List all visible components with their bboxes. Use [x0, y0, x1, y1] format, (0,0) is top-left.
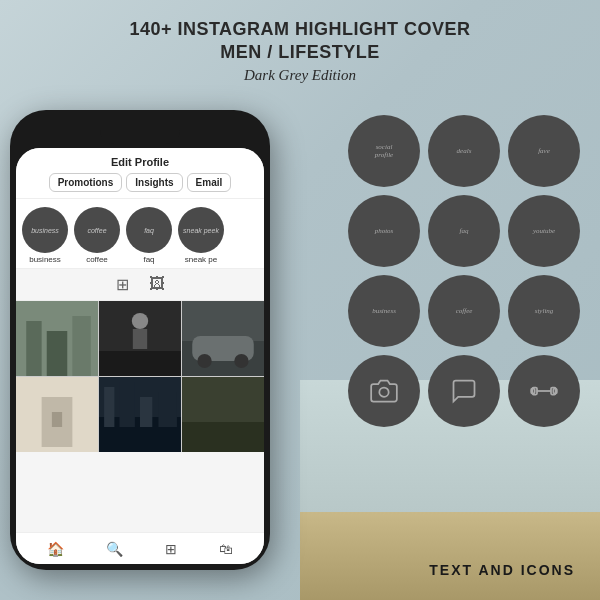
svg-point-6: [132, 313, 148, 329]
reels-nav-icon[interactable]: ⊞: [165, 541, 177, 557]
phone-screen: Edit Profile Promotions Insights Email b…: [16, 148, 264, 564]
header: 140+ INSTAGRAM HIGHLIGHT COVER MEN / LIF…: [0, 18, 600, 84]
home-nav-icon[interactable]: 🏠: [47, 541, 64, 557]
instagram-header: Edit Profile Promotions Insights Email: [16, 148, 264, 199]
svg-rect-15: [52, 412, 62, 427]
phone-bottom-nav: 🏠 🔍 ⊞ 🛍: [16, 532, 264, 564]
photo-cell-1: [16, 301, 98, 376]
camera-icon: [370, 377, 398, 405]
svg-point-24: [379, 388, 388, 397]
svg-rect-20: [140, 397, 152, 427]
circle-faq[interactable]: faq: [428, 195, 500, 267]
circle-camera[interactable]: [348, 355, 420, 427]
photo-cell-6: [182, 377, 264, 452]
story-circle-sneak: sneak peek: [178, 207, 224, 253]
header-subtitle: Dark Grey Edition: [0, 67, 600, 84]
svg-rect-2: [47, 331, 68, 376]
dumbbell-icon: [530, 377, 558, 405]
promotions-button[interactable]: Promotions: [49, 173, 123, 192]
footer-label: TEXT AND ICONS: [429, 562, 575, 578]
circle-youtube[interactable]: youtube: [508, 195, 580, 267]
story-circle-coffee: coffee: [74, 207, 120, 253]
svg-rect-5: [99, 351, 181, 376]
story-business[interactable]: business business: [22, 207, 68, 264]
beach-sand: [300, 512, 600, 600]
phone-notch: [100, 122, 180, 144]
circle-social-profile[interactable]: socialprofile: [348, 115, 420, 187]
photo-cell-2: [99, 301, 181, 376]
circle-message[interactable]: [428, 355, 500, 427]
instagram-action-buttons: Promotions Insights Email: [26, 173, 254, 192]
circle-styling[interactable]: styling: [508, 275, 580, 347]
story-circle-faq: faq: [126, 207, 172, 253]
grid-view-icon[interactable]: ⊞: [116, 275, 129, 294]
svg-rect-7: [133, 329, 147, 349]
svg-rect-23: [182, 422, 264, 452]
circle-fave[interactable]: fave: [508, 115, 580, 187]
circle-deals[interactable]: deals: [428, 115, 500, 187]
circle-business[interactable]: business: [348, 275, 420, 347]
shop-nav-icon[interactable]: 🛍: [219, 541, 233, 557]
circle-coffee[interactable]: coffee: [428, 275, 500, 347]
header-title-line2: MEN / LIFESTYLE: [0, 41, 600, 64]
svg-rect-1: [26, 321, 41, 376]
circles-grid: socialprofile deals fave photos faq yout…: [348, 115, 580, 427]
svg-rect-21: [158, 392, 176, 427]
grid-icon-row: ⊞ 🖼: [16, 269, 264, 301]
story-coffee[interactable]: coffee coffee: [74, 207, 120, 264]
svg-point-11: [197, 354, 211, 368]
svg-point-12: [234, 354, 248, 368]
photo-cell-4: [16, 377, 98, 452]
stories-row: business business coffee coffee faq faq …: [16, 199, 264, 269]
story-sneak[interactable]: sneak peek sneak pe: [178, 207, 224, 264]
svg-rect-19: [120, 382, 135, 427]
photo-cell-5: [99, 377, 181, 452]
edit-profile-label: Edit Profile: [26, 156, 254, 168]
story-circle-business: business: [22, 207, 68, 253]
svg-rect-18: [104, 387, 114, 427]
email-button[interactable]: Email: [187, 173, 232, 192]
circle-dumbbell[interactable]: [508, 355, 580, 427]
story-faq[interactable]: faq faq: [126, 207, 172, 264]
photo-cell-3: [182, 301, 264, 376]
message-icon: [450, 377, 478, 405]
phone-mockup: Edit Profile Promotions Insights Email b…: [10, 110, 270, 570]
svg-rect-3: [72, 316, 90, 376]
tagged-icon[interactable]: 🖼: [149, 275, 165, 294]
insights-button[interactable]: Insights: [126, 173, 182, 192]
circle-photos[interactable]: photos: [348, 195, 420, 267]
search-nav-icon[interactable]: 🔍: [106, 541, 123, 557]
photo-grid: [16, 301, 264, 452]
header-title-line1: 140+ INSTAGRAM HIGHLIGHT COVER: [0, 18, 600, 41]
